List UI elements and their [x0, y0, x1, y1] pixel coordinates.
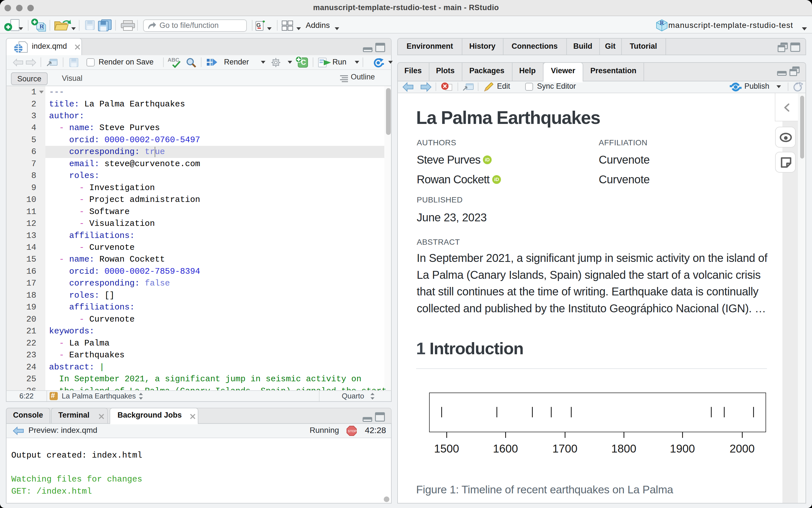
svg-text:R: R — [660, 20, 664, 26]
svg-text:G: G — [256, 22, 261, 28]
svg-text:STOP: STOP — [348, 429, 357, 433]
svg-text:R: R — [39, 23, 44, 30]
